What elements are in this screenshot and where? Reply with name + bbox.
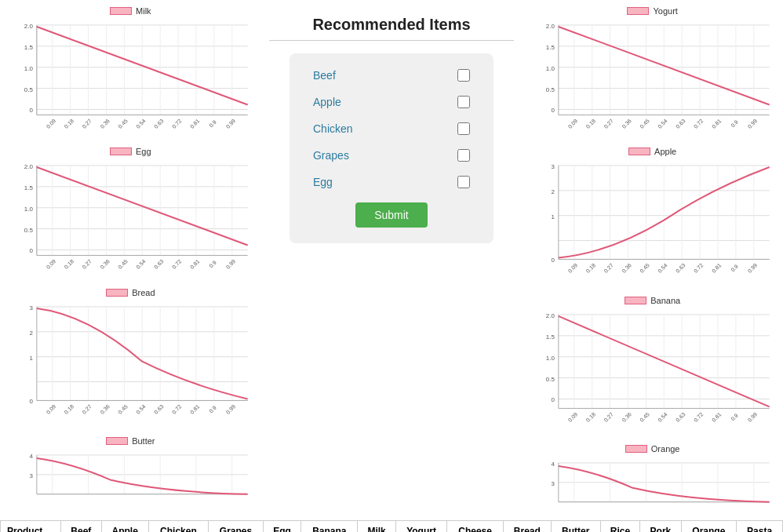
svg-text:1.0: 1.0 bbox=[24, 206, 34, 213]
legend-orange bbox=[625, 445, 647, 453]
col-header-pasta: Pasta bbox=[737, 520, 783, 532]
chart-orange-svg: 4 3 bbox=[531, 455, 774, 518]
svg-text:0: 0 bbox=[552, 396, 555, 403]
svg-text:0.45: 0.45 bbox=[639, 263, 651, 275]
svg-text:1.0: 1.0 bbox=[24, 65, 34, 72]
svg-text:0.63: 0.63 bbox=[675, 118, 686, 129]
svg-text:0.99: 0.99 bbox=[747, 118, 759, 129]
svg-text:0.27: 0.27 bbox=[82, 403, 93, 415]
svg-text:1.5: 1.5 bbox=[24, 44, 34, 51]
legend-butter bbox=[106, 437, 128, 445]
svg-text:0.99: 0.99 bbox=[225, 403, 237, 415]
legend-apple-right bbox=[628, 148, 650, 155]
legend-egg bbox=[110, 148, 132, 155]
chart-banana-title: Banana bbox=[650, 296, 680, 305]
chart-orange-title: Orange bbox=[651, 444, 680, 454]
svg-text:0.36: 0.36 bbox=[621, 118, 633, 129]
svg-text:0.63: 0.63 bbox=[675, 411, 686, 423]
svg-text:0.5: 0.5 bbox=[24, 86, 34, 93]
checklist-item-chicken: Chicken bbox=[313, 122, 470, 135]
svg-text:0.27: 0.27 bbox=[603, 118, 615, 129]
data-table: Product Beef Apple Chicken Grapes Egg Ba… bbox=[0, 520, 783, 532]
svg-text:1: 1 bbox=[29, 354, 33, 361]
chart-bread: Bread 3 2 1 bbox=[0, 282, 261, 430]
svg-text:0.09: 0.09 bbox=[46, 403, 57, 415]
svg-text:0.54: 0.54 bbox=[135, 403, 147, 415]
svg-text:0.81: 0.81 bbox=[189, 403, 201, 415]
svg-text:0: 0 bbox=[29, 248, 33, 255]
svg-text:2.0: 2.0 bbox=[546, 312, 555, 319]
svg-text:0.81: 0.81 bbox=[189, 259, 201, 271]
svg-text:0.63: 0.63 bbox=[675, 263, 686, 275]
checklist-checkbox-apple[interactable] bbox=[457, 96, 470, 108]
chart-butter-svg: 4 3 bbox=[9, 447, 252, 510]
svg-text:0.45: 0.45 bbox=[117, 118, 129, 129]
checklist-checkbox-beef[interactable] bbox=[457, 69, 470, 82]
checklist-item-egg: Egg bbox=[313, 176, 470, 188]
svg-text:0.72: 0.72 bbox=[693, 118, 705, 129]
chart-egg-svg: 2.0 1.5 1.0 0.5 0 0.09 0.18 0.27 0.36 0.… bbox=[9, 158, 252, 279]
svg-text:1.0: 1.0 bbox=[546, 65, 555, 72]
chart-milk: Milk bbox=[0, 0, 261, 140]
svg-text:0.54: 0.54 bbox=[657, 118, 669, 129]
checklist-checkbox-grapes[interactable] bbox=[457, 149, 470, 162]
svg-text:0.36: 0.36 bbox=[99, 118, 111, 129]
checklist-checkbox-egg[interactable] bbox=[457, 176, 470, 188]
svg-text:0.5: 0.5 bbox=[24, 227, 34, 234]
chart-butter: Butter 4 3 bbox=[0, 430, 261, 512]
checklist-label-beef: Beef bbox=[313, 69, 336, 82]
svg-text:0.72: 0.72 bbox=[693, 411, 705, 423]
col-header-egg: Egg bbox=[263, 520, 300, 532]
svg-text:0.09: 0.09 bbox=[46, 259, 57, 271]
svg-text:0.45: 0.45 bbox=[639, 411, 651, 423]
chart-milk-title: Milk bbox=[136, 6, 151, 16]
svg-text:1.5: 1.5 bbox=[24, 184, 34, 191]
svg-text:0.09: 0.09 bbox=[567, 411, 579, 423]
chart-yogurt-svg: 2.0 1.5 1.0 0.5 0 0.09 0.18 0.27 0.36 0.… bbox=[531, 17, 774, 138]
svg-text:0.18: 0.18 bbox=[585, 411, 597, 423]
svg-text:0.81: 0.81 bbox=[711, 411, 723, 423]
svg-text:0.72: 0.72 bbox=[693, 263, 705, 275]
submit-button[interactable]: Submit bbox=[355, 202, 428, 228]
svg-text:2.0: 2.0 bbox=[24, 163, 34, 170]
col-header-rice: Rice bbox=[600, 520, 640, 532]
svg-text:0.9: 0.9 bbox=[730, 119, 740, 129]
svg-text:0.72: 0.72 bbox=[171, 259, 183, 271]
svg-text:0.99: 0.99 bbox=[225, 259, 237, 271]
svg-text:0.9: 0.9 bbox=[208, 404, 217, 414]
svg-text:0.45: 0.45 bbox=[117, 403, 129, 415]
svg-text:0.81: 0.81 bbox=[711, 263, 723, 275]
col-header-grapes: Grapes bbox=[209, 520, 264, 532]
svg-text:0.27: 0.27 bbox=[82, 259, 93, 271]
svg-text:0.09: 0.09 bbox=[46, 118, 57, 129]
svg-text:0: 0 bbox=[552, 107, 555, 114]
svg-text:0.81: 0.81 bbox=[189, 118, 201, 129]
svg-text:2.0: 2.0 bbox=[24, 23, 34, 30]
page-title: Recommended Items bbox=[312, 16, 470, 34]
svg-text:0.99: 0.99 bbox=[747, 263, 759, 275]
svg-text:0.27: 0.27 bbox=[603, 263, 615, 275]
svg-text:0.9: 0.9 bbox=[208, 260, 217, 269]
svg-text:0.81: 0.81 bbox=[711, 118, 723, 129]
title-divider bbox=[269, 40, 515, 41]
svg-text:0.18: 0.18 bbox=[64, 259, 75, 271]
chart-butter-title: Butter bbox=[132, 436, 155, 446]
col-header-product: Product bbox=[1, 520, 61, 532]
svg-text:2: 2 bbox=[29, 329, 33, 336]
svg-text:0.45: 0.45 bbox=[639, 118, 651, 129]
svg-text:2: 2 bbox=[552, 188, 555, 195]
checklist-checkbox-chicken[interactable] bbox=[457, 122, 470, 135]
checklist-label-apple: Apple bbox=[313, 96, 341, 108]
checklist-item-grapes: Grapes bbox=[313, 149, 470, 162]
table-header-row: Product Beef Apple Chicken Grapes Egg Ba… bbox=[1, 520, 783, 532]
checklist-item-beef: Beef bbox=[313, 69, 470, 82]
col-header-beef: Beef bbox=[61, 520, 101, 532]
svg-text:4: 4 bbox=[29, 453, 33, 460]
col-header-pork: Pork bbox=[640, 520, 681, 532]
col-header-cheese: Cheese bbox=[447, 520, 503, 532]
legend-yogurt bbox=[627, 7, 649, 15]
svg-text:3: 3 bbox=[552, 480, 555, 487]
svg-text:0.63: 0.63 bbox=[153, 259, 165, 271]
svg-text:0.18: 0.18 bbox=[64, 118, 75, 129]
col-header-bread: Bread bbox=[503, 520, 551, 532]
